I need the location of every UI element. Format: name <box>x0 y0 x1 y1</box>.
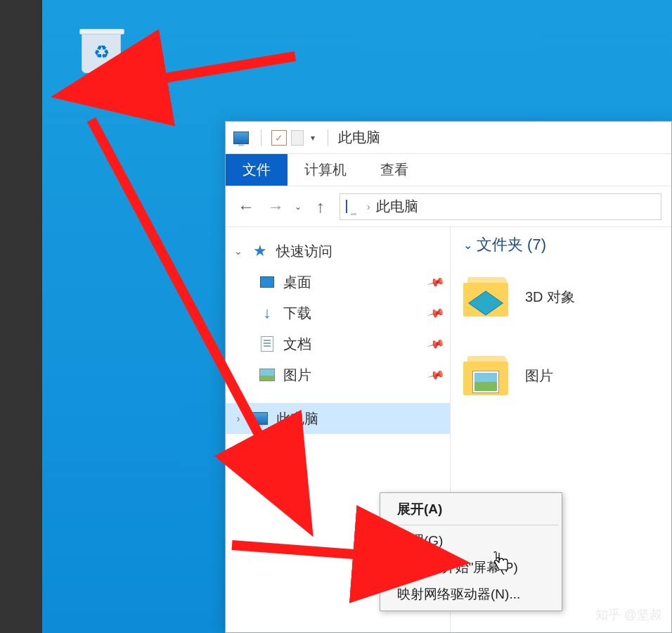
folder-icon <box>463 354 512 397</box>
desktop-icon <box>258 274 276 290</box>
sidebar-item-label: 网络 <box>276 453 304 472</box>
chevron-right-icon[interactable]: › <box>233 456 244 468</box>
breadcrumb-text[interactable]: 此电脑 <box>376 197 418 216</box>
menu-item-expand[interactable]: 展开(A) <box>382 496 560 523</box>
document-icon <box>258 336 276 352</box>
ribbon-tabs: 文件 计算机 查看 <box>226 154 671 186</box>
sidebar-item-label: 下载 <box>283 304 311 323</box>
window-title: 此电脑 <box>338 128 380 147</box>
up-button[interactable]: ↑ <box>310 196 331 217</box>
separator <box>261 129 261 146</box>
recycle-bin[interactable]: ♻ 回收站 <box>66 25 136 103</box>
qat-dropdown-icon[interactable]: ▾ <box>308 133 318 143</box>
sidebar-item-documents[interactable]: 文档 📌 <box>226 328 450 359</box>
tab-view[interactable]: 查看 <box>363 154 425 186</box>
network-icon: 🌐 <box>251 454 269 470</box>
titlebar: ✓ ▾ 此电脑 <box>226 122 671 154</box>
star-icon: ★ <box>251 243 269 259</box>
recycle-bin-icon: ♻ <box>79 32 124 82</box>
folders-group-header[interactable]: ⌄ 文件夹 (7) <box>463 234 659 255</box>
nav-bar: ← → ⌄ ↑ › 此电脑 <box>226 186 671 227</box>
sidebar-item-this-pc[interactable]: › 此电脑 <box>226 403 450 434</box>
app-icon <box>231 130 251 146</box>
qat-properties-icon[interactable]: ✓ <box>271 130 287 146</box>
watermark: 知 知乎 @坚叔 <box>577 606 662 623</box>
tab-file[interactable]: 文件 <box>226 154 287 186</box>
pin-icon: 📌 <box>427 273 446 291</box>
forward-button: → <box>265 196 286 217</box>
sidebar-item-label: 图片 <box>283 366 311 385</box>
folder-item-pictures[interactable]: 图片 <box>463 347 659 404</box>
chevron-right-icon[interactable]: › <box>367 201 370 212</box>
breadcrumb[interactable]: › 此电脑 <box>340 193 661 220</box>
folders-group-label: 文件夹 (7) <box>477 234 546 255</box>
separator <box>328 129 328 146</box>
desktop: ♻ 回收站 ✓ ▾ 此电脑 文件 计算机 查看 ← → ⌄ ↑ › <box>42 0 672 633</box>
sidebar-item-desktop[interactable]: 桌面 📌 <box>226 267 450 298</box>
sidebar-item-label: 快速访问 <box>276 242 332 261</box>
sidebar-item-quick-access[interactable]: ⌄ ★ 快速访问 <box>226 236 450 267</box>
menu-item-map-drive[interactable]: 映射网络驱动器(N)... <box>382 581 560 608</box>
pin-icon: 📌 <box>427 304 446 322</box>
pin-icon: 📌 <box>427 335 446 353</box>
folder-item-3d-objects[interactable]: 3D 对象 <box>463 268 659 326</box>
download-icon: ↓ <box>258 305 276 321</box>
folder-label: 3D 对象 <box>525 288 575 307</box>
sidebar-item-label: 桌面 <box>283 273 311 292</box>
sidebar-item-network[interactable]: › 🌐 网络 <box>226 447 450 478</box>
folder-icon <box>463 276 512 318</box>
picture-icon <box>258 367 276 383</box>
back-button[interactable]: ← <box>235 196 257 217</box>
history-dropdown-icon[interactable]: ⌄ <box>295 202 302 212</box>
menu-item-manage[interactable]: 管理(G) <box>382 528 560 554</box>
computer-icon <box>251 411 269 426</box>
folder-label: 图片 <box>525 366 553 385</box>
annotation-arrow <box>127 42 309 101</box>
tab-computer[interactable]: 计算机 <box>287 154 363 186</box>
sidebar-item-downloads[interactable]: ↓ 下载 📌 <box>226 298 450 328</box>
recycle-bin-label: 回收站 <box>66 86 136 103</box>
pin-icon: 📌 <box>427 366 446 384</box>
chevron-down-icon: ⌄ <box>463 238 472 252</box>
breadcrumb-icon <box>346 200 361 213</box>
sidebar-item-label: 此电脑 <box>276 409 318 428</box>
menu-item-pin-start[interactable]: 固定到"开始"屏幕(P) <box>382 554 560 581</box>
svg-text:知: 知 <box>579 610 588 620</box>
sidebar-item-pictures[interactable]: 图片 📌 <box>226 359 450 390</box>
watermark-text: 知乎 @坚叔 <box>595 606 662 623</box>
sidebar-item-label: 文档 <box>283 335 311 354</box>
svg-line-1 <box>148 56 295 81</box>
context-menu: 展开(A) 管理(G) 固定到"开始"屏幕(P) 映射网络驱动器(N)... <box>380 492 562 611</box>
chevron-down-icon[interactable]: ⌄ <box>233 245 244 257</box>
separator <box>383 525 559 525</box>
chevron-right-icon[interactable]: › <box>233 413 244 424</box>
qat-new-folder-icon[interactable] <box>291 130 304 146</box>
